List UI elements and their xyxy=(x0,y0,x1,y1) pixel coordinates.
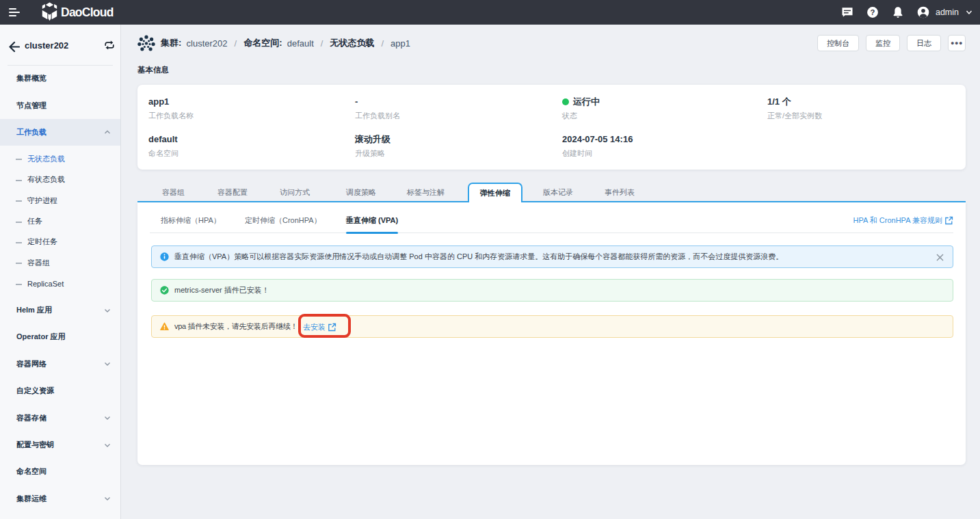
svg-text:?: ? xyxy=(871,8,875,16)
